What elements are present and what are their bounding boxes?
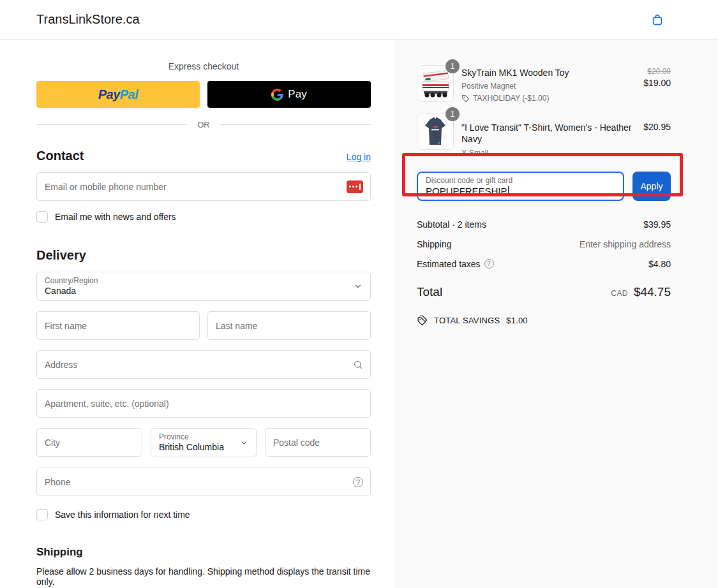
save-info-opt-in[interactable]: Save this information for next time [36, 509, 371, 520]
first-name-input[interactable] [36, 311, 200, 340]
total-label: Total [417, 285, 442, 299]
province-select[interactable]: Province British Columbia [151, 428, 257, 457]
subtotal-row: Subtotal · 2 items $39.95 [417, 219, 671, 230]
item-price: $19.00 [643, 78, 671, 88]
address-input[interactable] [36, 350, 371, 379]
email-input[interactable] [36, 172, 371, 201]
gpay-label: Pay [288, 88, 306, 101]
postal-code-input[interactable] [265, 428, 371, 457]
cart-item: 1 SkyTrain MK1 Wooden Toy Positive Magne… [417, 65, 671, 103]
country-label: Country/Region [45, 276, 98, 285]
taxes-label: Estimated taxes [417, 259, 481, 269]
newsletter-opt-in[interactable]: Email me with news and offers [36, 211, 371, 223]
shipping-row: Shipping Enter shipping address [417, 239, 671, 249]
last-name-input[interactable] [207, 311, 371, 340]
delivery-heading: Delivery [36, 248, 371, 263]
save-info-checkbox[interactable] [36, 509, 48, 520]
phone-input[interactable] [36, 467, 371, 496]
discount-input[interactable]: Discount code or gift card POPUPFREESHIP [417, 172, 624, 201]
item-original-price: $20.00 [643, 67, 671, 76]
express-checkout-label: Express checkout [36, 61, 371, 71]
subtotal-value: $39.95 [643, 219, 671, 230]
taxes-row: Estimated taxes ? $4.80 [417, 259, 671, 269]
contact-heading: Contact [36, 149, 84, 163]
city-input[interactable] [36, 428, 142, 457]
paypal-logo: PayPal [98, 87, 138, 102]
checkout-form: Express checkout PayPal Pay [0, 40, 396, 588]
save-info-label: Save this information for next time [55, 510, 190, 520]
tags-icon [417, 315, 428, 326]
shipping-cost-value: Enter shipping address [580, 239, 671, 249]
or-divider: OR [36, 120, 371, 129]
province-label: Province [159, 432, 224, 441]
address-field-wrap [36, 350, 371, 379]
email-field-wrap [36, 172, 371, 201]
province-value: British Columbia [159, 441, 224, 453]
paypal-button[interactable]: PayPal [36, 81, 200, 108]
header: TransLinkStore.ca [0, 0, 718, 40]
cost-summary: Subtotal · 2 items $39.95 Shipping Enter… [417, 219, 671, 326]
apply-button[interactable]: Apply [632, 172, 671, 201]
newsletter-checkbox[interactable] [36, 211, 48, 223]
newsletter-label: Email me with news and offers [55, 212, 176, 222]
savings-label: TOTAL SAVINGS [434, 316, 500, 325]
taxes-value: $4.80 [648, 259, 671, 269]
item-variant: Positive Magnet [461, 82, 636, 91]
total-value: $44.75 [634, 285, 671, 299]
chevron-down-icon [240, 439, 248, 447]
password-manager-icon[interactable] [347, 180, 363, 193]
apartment-field-wrap [36, 389, 371, 418]
shipping-cost-label: Shipping [417, 239, 452, 249]
gpay-button[interactable]: Pay [207, 81, 371, 108]
currency-code: CAD [611, 289, 628, 298]
google-g-icon [271, 89, 283, 101]
order-summary: 1 SkyTrain MK1 Wooden Toy Positive Magne… [396, 40, 718, 588]
tag-icon [461, 94, 470, 103]
country-select[interactable]: Country/Region Canada [36, 272, 371, 301]
search-icon [353, 360, 363, 370]
login-link[interactable]: Log in [347, 152, 371, 162]
discount-input-value: POPUPFREESHIP [426, 185, 507, 198]
express-checkout-buttons: PayPal Pay [36, 81, 371, 108]
discount-input-label: Discount code or gift card [426, 176, 615, 185]
shipping-heading: Shipping [36, 546, 371, 559]
item-discount-tag: TAXHOLIDAY (-$1.00) [461, 94, 636, 103]
quantity-badge: 1 [445, 107, 460, 121]
item-price: $20.95 [643, 122, 671, 132]
cart-bag-icon[interactable] [650, 13, 664, 27]
total-row: Total CAD $44.75 [417, 285, 671, 299]
subtotal-label: Subtotal · 2 items [417, 219, 486, 230]
store-name[interactable]: TransLinkStore.ca [36, 12, 140, 27]
quantity-badge: 1 [445, 59, 460, 73]
item-variant: X-Small [461, 149, 636, 158]
checkout-page: TransLinkStore.ca Express checkout PayPa… [0, 0, 718, 588]
discount-row: Discount code or gift card POPUPFREESHIP… [417, 172, 671, 201]
help-icon[interactable]: ? [484, 259, 494, 268]
item-name: SkyTrain MK1 Wooden Toy [461, 67, 636, 78]
phone-field-wrap: ? [36, 467, 371, 496]
shipping-note: Please allow 2 business days for handlin… [36, 566, 371, 587]
text-cursor [508, 186, 509, 196]
savings-value: $1.00 [506, 316, 528, 325]
cart-item: 1 "I Love Transit" T-Shirt, Women's - He… [417, 113, 671, 157]
main-content: Express checkout PayPal Pay [0, 40, 718, 588]
chevron-down-icon [354, 282, 363, 291]
country-value: Canada [45, 285, 98, 297]
total-savings-row: TOTAL SAVINGS $1.00 [417, 315, 671, 326]
item-name: "I Love Transit" T-Shirt, Women's - Heat… [461, 122, 636, 145]
apartment-input[interactable] [36, 389, 371, 418]
help-icon[interactable]: ? [353, 477, 363, 487]
